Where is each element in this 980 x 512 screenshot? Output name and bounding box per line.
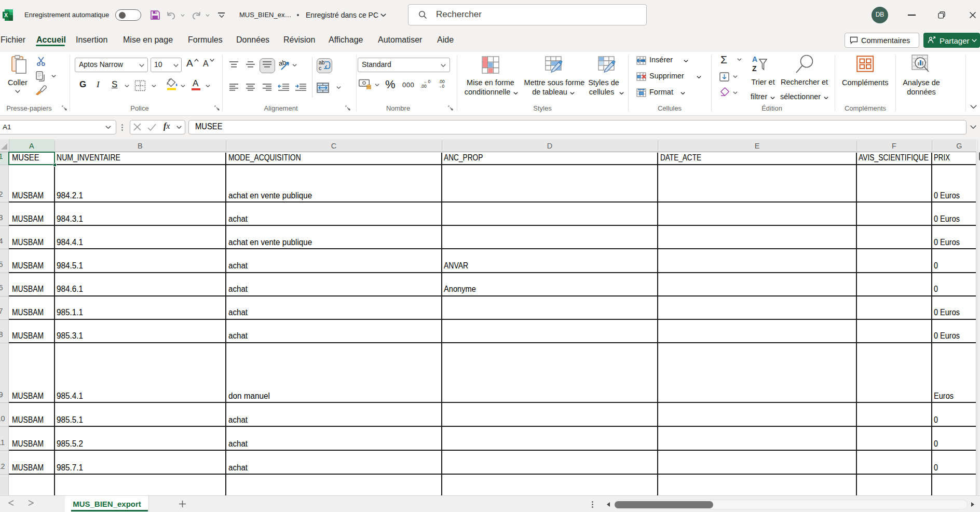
svg-text:X: X bbox=[4, 12, 8, 18]
svg-text:A: A bbox=[752, 55, 757, 63]
svg-text:ab: ab bbox=[278, 59, 287, 68]
svg-text:.00: .00 bbox=[420, 84, 427, 88]
svg-text:c: c bbox=[319, 65, 321, 71]
svg-text:Z: Z bbox=[752, 64, 757, 73]
svg-text:→0: →0 bbox=[438, 84, 445, 88]
